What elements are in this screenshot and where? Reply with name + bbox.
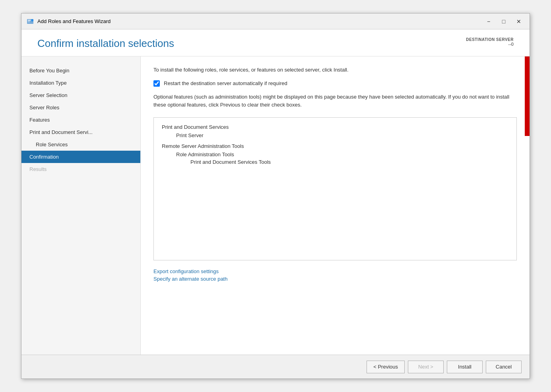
sidebar-item-features[interactable]: Features — [21, 114, 140, 126]
svg-rect-2 — [28, 21, 30, 22]
alternate-source-link[interactable]: Specify an alternate source path — [153, 276, 517, 282]
header-area: Confirm installation selections DESTINAT… — [21, 29, 530, 56]
install-button[interactable]: Install — [447, 361, 483, 373]
sidebar-item-results: Results — [21, 163, 140, 175]
feature-group-rsat: Remote Server Administration Tools Role … — [162, 143, 508, 165]
sidebar: Before You Begin Installation Type Serve… — [21, 56, 141, 355]
destination-value: --0 — [466, 42, 514, 47]
svg-rect-1 — [28, 20, 31, 21]
maximize-button[interactable]: □ — [498, 17, 510, 26]
red-bar — [525, 56, 530, 136]
sidebar-item-before-you-begin[interactable]: Before You Begin — [21, 64, 140, 77]
destination-label: DESTINATION SERVER — [466, 37, 514, 42]
optional-text: Optional features (such as administratio… — [153, 93, 517, 110]
feature-sub-role-admin: Role Administration Tools — [162, 151, 508, 157]
destination-server: DESTINATION SERVER --0 — [466, 37, 514, 47]
feature-title-print: Print and Document Services — [162, 124, 508, 130]
titlebar: i Add Roles and Features Wizard − □ ✕ — [21, 14, 530, 29]
sidebar-item-server-selection[interactable]: Server Selection — [21, 89, 140, 101]
checkbox-label[interactable]: Restart the destination server automatic… — [164, 80, 287, 86]
feature-group-print: Print and Document Services Print Server — [162, 124, 508, 138]
wizard-window: i Add Roles and Features Wizard − □ ✕ Co… — [21, 13, 530, 379]
features-box: Print and Document Services Print Server… — [153, 117, 517, 260]
titlebar-controls: − □ ✕ — [483, 17, 525, 26]
wizard-icon: i — [26, 17, 34, 25]
svg-text:i: i — [32, 19, 32, 21]
cancel-button[interactable]: Cancel — [486, 361, 522, 373]
close-button[interactable]: ✕ — [513, 17, 525, 26]
links-area: Export configuration settings Specify an… — [153, 268, 517, 282]
feature-sub-print-server: Print Server — [162, 132, 508, 138]
previous-button[interactable]: < Previous — [367, 361, 405, 373]
sidebar-item-role-services[interactable]: Role Services — [21, 138, 140, 151]
next-button[interactable]: Next > — [408, 361, 444, 373]
minimize-button[interactable]: − — [483, 17, 495, 26]
sidebar-item-print-document[interactable]: Print and Document Servi... — [21, 126, 140, 138]
sidebar-item-confirmation[interactable]: Confirmation — [21, 151, 140, 163]
export-config-link[interactable]: Export configuration settings — [153, 268, 517, 274]
feature-sub2-print-tools: Print and Document Services Tools — [162, 159, 508, 165]
content-area: Before You Begin Installation Type Serve… — [21, 56, 530, 355]
titlebar-title: Add Roles and Features Wizard — [37, 18, 483, 24]
main-content: To install the following roles, role ser… — [141, 56, 530, 355]
footer: < Previous Next > Install Cancel — [21, 355, 530, 378]
feature-title-rsat: Remote Server Administration Tools — [162, 143, 508, 149]
sidebar-item-installation-type[interactable]: Installation Type — [21, 77, 140, 89]
restart-checkbox[interactable] — [153, 80, 160, 87]
sidebar-item-server-roles[interactable]: Server Roles — [21, 101, 140, 114]
description-text: To install the following roles, role ser… — [153, 66, 517, 74]
checkbox-row: Restart the destination server automatic… — [153, 80, 517, 87]
page-title: Confirm installation selections — [37, 37, 174, 50]
